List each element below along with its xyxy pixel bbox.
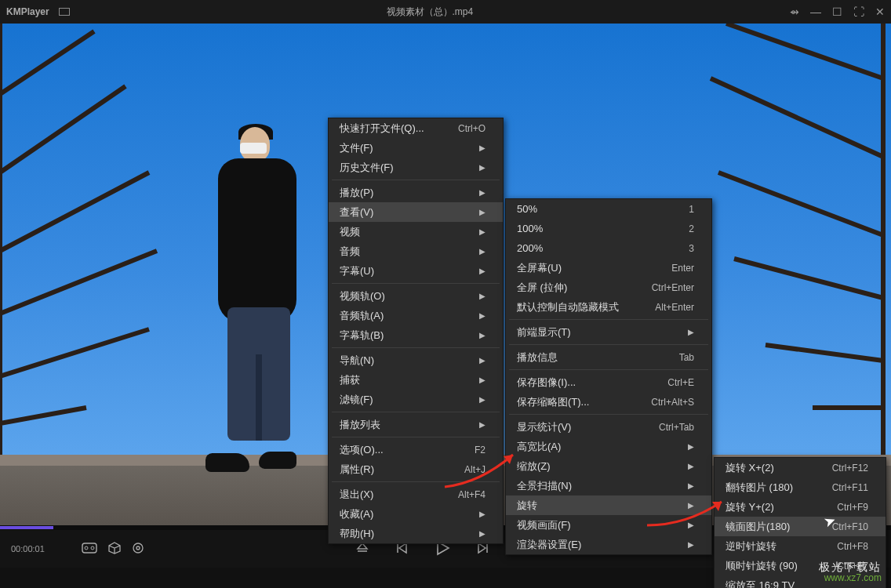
main-menu-item-24[interactable]: 收藏(A)▶ <box>329 504 503 524</box>
menu-item-shortcut: Ctrl+F12 <box>832 463 868 474</box>
rotate-menu-item-2[interactable]: 旋转 Y+(2)Ctrl+F9 <box>715 497 886 517</box>
main-menu-item-10[interactable]: 视频轨(O)▶ <box>329 286 503 306</box>
menu-item-shortcut: F2 <box>475 445 486 456</box>
menu-item-label: 高宽比(A) <box>517 440 672 454</box>
svg-point-4 <box>136 546 140 550</box>
menu-item-label: 逆时针旋转 <box>726 539 815 554</box>
view-menu-item-7[interactable]: 前端显示(T)▶ <box>506 322 711 342</box>
pin-icon[interactable]: ⇴ <box>790 5 799 18</box>
svg-point-3 <box>133 543 143 553</box>
watermark-url: www.xz7.com <box>819 572 882 583</box>
view-menu-item-3[interactable]: 全屏幕(U)Enter <box>506 258 711 278</box>
menu-item-label: 播放(P) <box>340 186 464 200</box>
main-menu-item-23[interactable]: 退出(X)Alt+F4 <box>329 485 503 504</box>
fullscreen-icon[interactable]: ⛶ <box>853 5 864 18</box>
menu-item-label: 选项(O)... <box>340 443 453 457</box>
video-frame-person <box>204 127 306 464</box>
app-name: KMPlayer <box>6 6 49 17</box>
view-menu-item-5[interactable]: 默认控制自动隐藏模式Alt+Enter <box>506 297 711 317</box>
view-menu-item-16[interactable]: 缩放(Z)▶ <box>506 456 711 476</box>
main-menu-item-5[interactable]: 查看(V)▶ <box>329 202 503 222</box>
close-icon[interactable]: ✕ <box>875 5 885 18</box>
main-menu-item-6[interactable]: 视频▶ <box>329 222 503 241</box>
rotate-menu-item-3[interactable]: 镜面图片(180)Ctrl+F10 <box>715 517 886 536</box>
view-menu-item-1[interactable]: 100%2 <box>506 219 711 238</box>
menu-separator <box>332 283 500 284</box>
view-menu-item-15[interactable]: 高宽比(A)▶ <box>506 437 711 456</box>
view-menu-item-12[interactable]: 保存缩略图(T)...Ctrl+Alt+S <box>506 392 711 412</box>
vr-icon[interactable] <box>82 543 97 555</box>
menu-item-label: 字幕(U) <box>340 264 464 278</box>
view-menu-item-11[interactable]: 保存图像(I)...Ctrl+E <box>506 372 711 392</box>
window-state-icon[interactable] <box>59 8 70 16</box>
view-menu-item-0[interactable]: 50%1 <box>506 199 711 219</box>
menu-item-label: 200% <box>517 242 667 254</box>
main-menu-item-11[interactable]: 音频轨(A)▶ <box>329 306 503 325</box>
view-menu-item-2[interactable]: 200%3 <box>506 238 711 258</box>
view-menu-item-14[interactable]: 显示统计(V)Ctrl+Tab <box>506 417 711 437</box>
submenu-arrow-icon: ▶ <box>479 311 486 320</box>
menu-item-label: 渲染器设置(E) <box>517 538 672 552</box>
menu-item-shortcut: Ctrl+F10 <box>832 521 868 532</box>
main-menu-item-1[interactable]: 文件(F)▶ <box>329 138 503 158</box>
view-menu-item-19[interactable]: 视频画面(F)▶ <box>506 515 711 535</box>
main-menu-item-7[interactable]: 音频▶ <box>329 241 503 261</box>
rotate-menu-item-0[interactable]: 旋转 X+(2)Ctrl+F12 <box>715 458 886 477</box>
menu-item-shortcut: Ctrl+O <box>458 123 486 134</box>
cube-icon[interactable] <box>108 542 121 556</box>
main-menu-item-12[interactable]: 字幕轨(B)▶ <box>329 325 503 345</box>
main-menu-item-0[interactable]: 快速打开文件(Q)...Ctrl+O <box>329 118 503 138</box>
submenu-arrow-icon: ▶ <box>479 247 486 256</box>
menu-item-label: 旋转 Y+(2) <box>726 500 815 514</box>
rotate-menu-item-4[interactable]: 逆时针旋转Ctrl+F8 <box>715 536 886 556</box>
main-menu-item-14[interactable]: 导航(N)▶ <box>329 350 503 370</box>
main-menu-item-25[interactable]: 帮助(H)▶ <box>329 524 503 543</box>
view-menu-item-18[interactable]: 旋转▶ <box>506 495 711 515</box>
context-menu-view[interactable]: 50%1100%2200%3全屏幕(U)Enter全屏 (拉伸)Ctrl+Ent… <box>505 198 712 555</box>
titlebar: KMPlayer 视频素材（总）.mp4 ⇴ — ☐ ⛶ ✕ <box>0 0 891 24</box>
maximize-icon[interactable]: ☐ <box>832 5 842 18</box>
main-menu-item-16[interactable]: 滤镜(F)▶ <box>329 390 503 409</box>
menu-item-shortcut: Ctrl+Enter <box>652 282 694 293</box>
minimize-icon[interactable]: — <box>810 5 821 18</box>
menu-item-label: 缩放(Z) <box>517 459 672 474</box>
watermark-text: 极光下载站 <box>819 561 882 572</box>
rotate-menu-item-1[interactable]: 翻转图片 (180)Ctrl+F11 <box>715 477 886 497</box>
main-menu-item-2[interactable]: 历史文件(F)▶ <box>329 158 503 177</box>
menu-item-label: 字幕轨(B) <box>340 328 464 343</box>
settings-icon[interactable] <box>132 542 144 556</box>
main-menu-item-20[interactable]: 选项(O)...F2 <box>329 440 503 459</box>
menu-item-label: 历史文件(F) <box>340 161 464 175</box>
menu-item-label: 导航(N) <box>340 354 464 368</box>
menu-separator <box>332 180 500 180</box>
context-menu-main[interactable]: 快速打开文件(Q)...Ctrl+O文件(F)▶历史文件(F)▶播放(P)▶查看… <box>328 118 504 544</box>
main-menu-item-8[interactable]: 字幕(U)▶ <box>329 261 503 281</box>
submenu-arrow-icon: ▶ <box>479 331 486 339</box>
submenu-arrow-icon: ▶ <box>479 420 486 429</box>
menu-item-label: 捕获 <box>340 373 464 387</box>
submenu-arrow-icon: ▶ <box>688 328 694 336</box>
menu-item-label: 全屏 (拉伸) <box>517 281 630 295</box>
main-menu-item-21[interactable]: 属性(R)Alt+J <box>329 459 503 479</box>
main-menu-item-4[interactable]: 播放(P)▶ <box>329 183 503 202</box>
view-menu-item-4[interactable]: 全屏 (拉伸)Ctrl+Enter <box>506 278 711 297</box>
view-menu-item-17[interactable]: 全景扫描(N)▶ <box>506 476 711 495</box>
menu-item-label: 翻转图片 (180) <box>726 481 810 495</box>
menu-item-label: 默认控制自动隐藏模式 <box>517 300 633 314</box>
submenu-arrow-icon: ▶ <box>479 376 486 384</box>
main-menu-item-18[interactable]: 播放列表▶ <box>329 415 503 434</box>
menu-item-label: 音频 <box>340 245 464 259</box>
menu-item-shortcut: Tab <box>679 352 694 363</box>
menu-item-shortcut: Alt+F4 <box>458 489 486 500</box>
menu-item-label: 显示统计(V) <box>517 420 637 434</box>
view-menu-item-9[interactable]: 播放信息Tab <box>506 347 711 367</box>
submenu-arrow-icon: ▶ <box>479 529 486 538</box>
menu-item-shortcut: Ctrl+F9 <box>837 502 868 513</box>
submenu-arrow-icon: ▶ <box>479 143 486 152</box>
menu-item-shortcut: Alt+J <box>464 464 486 475</box>
main-menu-item-15[interactable]: 捕获▶ <box>329 370 503 390</box>
menu-separator <box>509 369 708 370</box>
view-menu-item-20[interactable]: 渲染器设置(E)▶ <box>506 535 711 554</box>
submenu-arrow-icon: ▶ <box>479 227 486 236</box>
submenu-arrow-icon: ▶ <box>479 188 486 197</box>
